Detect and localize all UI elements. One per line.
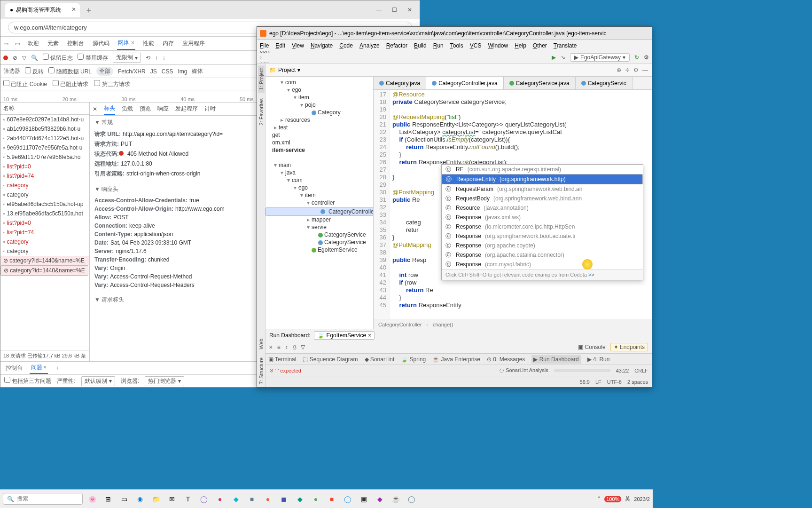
toolwin-tab[interactable]: ▶ 4: Run (587, 356, 610, 363)
tree-node[interactable]: ▾servie (265, 223, 373, 231)
tree-node[interactable]: ▸resources (265, 116, 373, 124)
menu-item[interactable]: Refactor (386, 42, 407, 49)
tray-chevron-icon[interactable]: ˄ (598, 496, 601, 502)
locate-icon[interactable]: ⊕ (617, 67, 621, 73)
code-editor[interactable]: 17 18 19 20 21 22 23 24 25 26 27 28 29 3… (374, 90, 652, 319)
completion-item[interactable]: ⓒResponse(org.springframework.boot.actua… (442, 231, 643, 241)
tree-node[interactable]: ▾main (265, 161, 373, 169)
request-row[interactable]: ⊘ category?id=1440&name=%E (0, 265, 88, 276)
tree-node[interactable]: CategoryService (265, 238, 373, 246)
minimize-button[interactable]: — (376, 7, 382, 13)
encoding[interactable]: UTF-8 (607, 379, 622, 385)
tree-node[interactable]: ▾ego (265, 86, 373, 94)
tab-preview[interactable]: 预览 (140, 103, 151, 114)
hide-icon[interactable]: — (642, 67, 648, 73)
menu-item[interactable]: View (292, 42, 304, 49)
debug-button[interactable]: ⚙ (644, 54, 649, 61)
soft-wrap-icon[interactable]: ≡ (277, 344, 281, 350)
menu-item[interactable]: Build (414, 42, 427, 49)
tree-node[interactable]: get (265, 131, 373, 139)
tab-sources[interactable]: 源代码 (92, 38, 110, 49)
gear-icon[interactable]: ⚙ (633, 67, 639, 73)
filter-js[interactable]: JS (150, 68, 157, 75)
completion-item[interactable]: ⓒResponse(org.apache.coyote) (442, 241, 643, 250)
maximize-button[interactable]: ☐ (392, 7, 397, 13)
tab-network[interactable]: 网络× (117, 37, 135, 50)
request-row[interactable]: ▫ list?pid=0 (0, 218, 89, 228)
tree-node[interactable]: EgoItemService (265, 246, 373, 254)
filter-fetch[interactable]: Fetch/XHR (118, 68, 146, 75)
completion-item[interactable]: ⓒResponse(org.apache.catalina.connector) (442, 250, 643, 260)
mail-icon[interactable]: ✉ (165, 492, 179, 506)
menu-item[interactable]: File (260, 42, 269, 49)
tree-node[interactable]: CategoryService (265, 231, 373, 238)
caret-position[interactable]: 43:22 (616, 368, 629, 373)
app-icon[interactable]: ◆ (373, 492, 386, 506)
filter-input[interactable]: 筛选器 (3, 67, 20, 75)
request-row[interactable]: ▫ ab1c99818be5ff3829b6.hot-u (0, 124, 89, 134)
toolwin-tab[interactable]: 🍃 Spring (401, 356, 426, 363)
console-tab[interactable]: ▣ Console (578, 344, 606, 350)
project-toolwin-tab[interactable]: 1: Project (258, 65, 265, 93)
include-third-checkbox[interactable]: 包括第三方问题 (4, 377, 51, 385)
line-ending[interactable]: CRLF (634, 368, 648, 373)
service-tab[interactable]: 🍃 EgoItemService × (314, 331, 375, 340)
app-icon[interactable]: ■ (325, 492, 338, 506)
request-row[interactable]: ▫ list?pid=74 (0, 171, 89, 181)
completion-item[interactable]: ⓒResponse(javax.xml.ws) (442, 213, 643, 222)
request-row[interactable]: ▫ 5.9e69d11707e7e956fe5a.ho (0, 152, 89, 162)
hide-data-checkbox[interactable]: 隐藏数据 URL (48, 67, 92, 76)
completion-item[interactable]: ⓒResponse(com.mysql.fabric) (442, 260, 643, 269)
tree-node[interactable]: ▾com (265, 79, 373, 86)
menu-item[interactable]: VCS (470, 42, 482, 49)
completion-item[interactable]: ⓒResponse(io.micrometer.core.ipc.http.Ht… (442, 222, 643, 231)
device-icon[interactable]: ▭ (15, 40, 20, 47)
request-row[interactable]: ▫ 9e69d11707e7e956fe5a.hot-u (0, 143, 89, 152)
request-row[interactable]: ⊘ category?id=1440&name=%E (0, 256, 89, 265)
filter-icon[interactable]: ▽ (301, 344, 305, 350)
tab-timing[interactable]: 计时 (204, 103, 216, 114)
request-row[interactable]: ▫ category (0, 181, 89, 190)
tree-node[interactable]: ▾com (265, 176, 373, 184)
close-button[interactable]: ✕ (407, 7, 412, 13)
filter-media[interactable]: 媒体 (192, 67, 203, 75)
tab-payload[interactable]: 负载 (122, 103, 133, 114)
app-icon[interactable]: ◆ (229, 492, 242, 506)
menu-item[interactable]: Window (488, 42, 508, 49)
toolwin-tab[interactable]: ⊙ 0: Messages (487, 356, 525, 363)
editor-tab[interactable]: Category.java (374, 77, 426, 89)
throttle-select[interactable]: 无限制 ▾ (113, 53, 141, 63)
structure-toolwin-tab[interactable]: 7: Structure (258, 355, 265, 387)
indent[interactable]: 2 spaces (627, 379, 648, 385)
app-icon[interactable]: ■ (245, 492, 258, 506)
cherry-icon[interactable]: 🌸 (86, 492, 99, 506)
tab-initiator[interactable]: 发起程序 (175, 103, 198, 114)
crumb-class[interactable]: CategoryController (378, 322, 422, 327)
menu-item[interactable]: Help (515, 42, 526, 49)
filter-css[interactable]: CSS (162, 68, 173, 75)
invert-checkbox[interactable]: 反转 (25, 67, 44, 76)
app-icon[interactable]: ● (213, 492, 226, 506)
start-icon[interactable]: ⊞ (102, 492, 115, 506)
menu-item[interactable]: Other (533, 42, 547, 49)
tree-node[interactable]: ▾item (265, 94, 373, 101)
drawer-tab-issues[interactable]: 问题× (30, 362, 48, 374)
wifi-icon[interactable]: ⟲ (146, 55, 150, 61)
request-row[interactable]: ▫ list?pid=0 (0, 162, 89, 171)
request-row[interactable]: ▫ category (0, 246, 89, 256)
toolwin-tab[interactable]: ▣ Terminal (268, 356, 296, 363)
app-icon[interactable]: ◯ (405, 492, 418, 506)
app-icon[interactable]: ● (309, 492, 322, 506)
completion-item[interactable]: ⓒRE(com.sun.org.apache.regexp.internal) (442, 165, 643, 174)
error-badge[interactable]: ⊘ ';' expected (269, 367, 301, 373)
tree-node[interactable]: ▸mapper (265, 216, 373, 223)
browser-tab[interactable]: ● 易购商场管理系统 ✕ (5, 3, 80, 17)
toolwin-tab[interactable]: ◆ SonarLint (365, 356, 395, 363)
tree-node[interactable]: ▸test (265, 124, 373, 131)
editor-tab[interactable]: CategoryController.java (426, 77, 503, 89)
tab-headers[interactable]: 标头 (104, 103, 115, 115)
scroll-icon[interactable]: ↕ (285, 344, 288, 350)
editor-tab[interactable]: CategoryServic (576, 77, 632, 89)
tab-console[interactable]: 控制台 (66, 38, 85, 49)
project-view-select[interactable]: 📁 Project ▾ (269, 67, 300, 73)
